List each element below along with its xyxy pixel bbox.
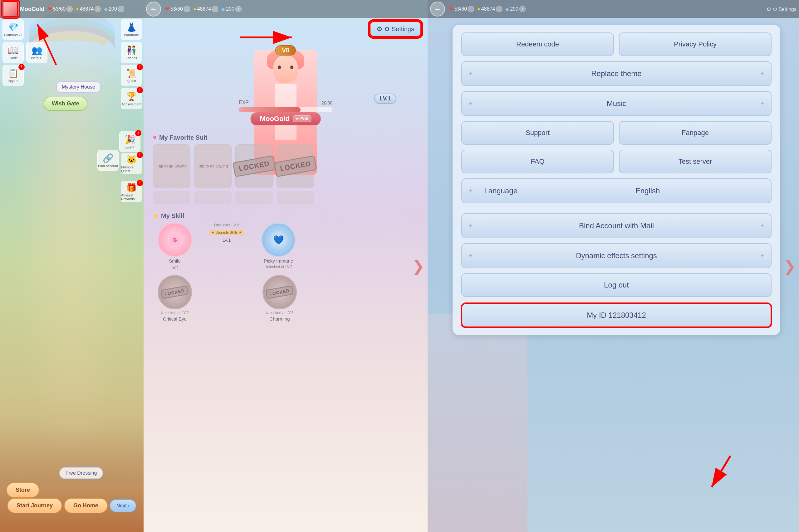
icon-row-1: 💎 Diamond x2 [2, 19, 48, 40]
suit-item-2[interactable]: Tap to go Styling [194, 145, 232, 188]
right-heart-icon: ❤ [449, 6, 454, 13]
left-panel: MooGold ❤ 53/60 + ● 48874 + ◆ 200 + [0, 0, 144, 532]
replace-theme-button[interactable]: ✦ Replace theme ✦ [461, 61, 771, 86]
my-id-button[interactable]: My ID 121803412 [461, 303, 771, 327]
my-id-label: My ID 121803412 [587, 311, 646, 319]
suit-item-1[interactable]: Tap to go Styling [153, 145, 190, 188]
vo-badge: V0 [275, 45, 296, 58]
go-home-label: Go Home [73, 502, 98, 509]
critical-desc: Unlocked at LV.2 [161, 310, 188, 315]
right-eye [290, 65, 293, 69]
requires-label: Requires LV.2 [214, 223, 239, 227]
bottom-buttons: Start Journey Go Home Next › [0, 498, 144, 513]
momo-quest-btn[interactable]: ! 🐱 Momo's Quest [121, 153, 142, 174]
next-button[interactable]: Next › [110, 499, 137, 512]
support-button[interactable]: Support [461, 121, 614, 145]
upgrade-skills-button[interactable]: ★ Upgrade Skills ★ [209, 230, 244, 235]
music-label: Music [607, 99, 627, 108]
start-journey-button[interactable]: Start Journey [7, 498, 62, 513]
abyssal-btn[interactable]: ! 🎁 Abyssal Rewards [121, 181, 142, 202]
quest-exclaim: ! [137, 64, 143, 70]
settings-panel: Redeem code Privacy Policy ✦ Replace the… [453, 25, 780, 335]
right-settings-btn[interactable]: ⚙ ⚙ Settings [766, 6, 797, 12]
suit-tap-2: Tap to go Styling [198, 164, 228, 169]
skill-smile: 🌸 Smile LV.1 [153, 223, 197, 270]
go-home-button[interactable]: Go Home [64, 498, 108, 513]
wardrobe-emoji: 👗 [126, 22, 137, 33]
signin-icon-btn[interactable]: ! 📋 Sign In [2, 65, 24, 86]
mystery-house-btn[interactable]: Mystery House [56, 81, 101, 93]
bind-account-mail-button[interactable]: ✦ Bind Account with Mail ✦ [461, 213, 771, 238]
mid-coin-icon: ● [193, 6, 196, 12]
mid-heart-icon: ❤ [165, 6, 169, 13]
coins-plus-button[interactable]: + [94, 6, 101, 12]
lv1-label: LV.1 [222, 238, 231, 243]
mid-diamonds-plus[interactable]: + [235, 6, 241, 12]
exp-value: 20/30 [322, 100, 332, 106]
left-eye [278, 65, 281, 69]
faq-button[interactable]: FAQ [461, 150, 614, 173]
achievement-label: Achievement [122, 102, 141, 106]
icon-row-3: ! 📋 Sign In [2, 65, 48, 86]
diamonds-value: 200 [109, 6, 117, 12]
right-next-arrow[interactable]: ❯ [783, 257, 796, 275]
event-btn[interactable]: ! 🎉 Event [119, 131, 141, 152]
locked-stamp-1: LOCKED [232, 155, 276, 177]
users-label: Users s... [30, 56, 44, 60]
right-diamonds-plus[interactable]: + [519, 6, 526, 12]
log-out-button[interactable]: Log out [461, 273, 771, 297]
health-plus-button[interactable]: + [67, 6, 73, 12]
bind-account-btn[interactable]: 🔗 Bind account [97, 150, 119, 171]
wish-gate-btn[interactable]: Wish Gate [44, 97, 87, 111]
diamond-icon-btn[interactable]: 💎 Diamond x2 [2, 19, 24, 40]
signin-label: Sign In [8, 79, 18, 83]
dynamic-star-left: ✦ [468, 252, 473, 259]
redeem-code-button[interactable]: Redeem code [461, 33, 614, 56]
right-back-button[interactable]: ← [430, 2, 445, 17]
guide-icon-btn[interactable]: 📖 Guide [2, 42, 24, 63]
achievement-btn[interactable]: ! 🏆 Achievement [121, 88, 142, 109]
edit-button[interactable]: ✏ Edit [293, 115, 311, 122]
settings-row-2: ✦ Replace theme ✦ [461, 61, 771, 86]
diamond-emoji: 💎 [8, 22, 19, 33]
gear-icon: ⚙ [377, 25, 382, 33]
friends-btn[interactable]: 👫 Friends [121, 42, 142, 63]
free-dressing-btn[interactable]: Free Dressing [59, 467, 103, 479]
event-emoji: 🎉 [125, 134, 135, 145]
picky-name: Picky Immune [264, 258, 293, 264]
picky-inner: 💙 [269, 230, 288, 249]
locked-stamp-2: LOCKED [273, 155, 317, 177]
store-button[interactable]: Store [6, 482, 39, 498]
back-button[interactable]: ← [146, 2, 161, 17]
mid-health-plus[interactable]: + [184, 6, 190, 12]
wardrobe-btn[interactable]: 👗 Wardrobe [121, 19, 142, 40]
critical-eye-icon: LOCKED [158, 275, 192, 309]
test-server-button[interactable]: Test server [619, 150, 771, 173]
skill-section-header: ★ My Skill [153, 212, 418, 220]
fav-suit-header: ♥ My Favorite Suit [153, 134, 418, 141]
dynamic-effects-button[interactable]: ✦ Dynamic effects settings ✦ [461, 243, 771, 268]
quest-btn[interactable]: ! 📜 Quest [121, 65, 142, 86]
privacy-policy-button[interactable]: Privacy Policy [619, 33, 771, 56]
username-text: MooGold [260, 115, 290, 123]
mid-coins-plus[interactable]: + [212, 6, 218, 12]
skill-upgrade-area: Requires LV.2 ★ Upgrade Skills ★ LV.1 [202, 223, 252, 243]
exclaim-badge: ! [18, 64, 25, 70]
exp-bar-fill [239, 107, 301, 112]
signin-emoji: 📋 [8, 68, 19, 79]
abyssal-label: Abyssal Rewards [121, 193, 142, 201]
right-coins-plus[interactable]: + [496, 6, 502, 12]
diamond-label: Diamond x2 [4, 33, 22, 37]
mid-next-arrow[interactable]: ❯ [412, 257, 424, 275]
language-selector[interactable]: ✦ Language English [461, 178, 771, 203]
right-health-plus[interactable]: + [468, 6, 474, 12]
right-coin-icon: ● [477, 6, 480, 12]
users-icon-btn[interactable]: 👥 Users s... [26, 42, 48, 63]
right-coins-value: 48874 [481, 6, 495, 12]
avatar[interactable] [2, 1, 18, 17]
diamonds-plus-button[interactable]: + [118, 6, 124, 12]
achievement-exclaim: ! [137, 87, 143, 93]
settings-button[interactable]: ⚙ ⚙ Settings [369, 21, 421, 37]
fanpage-button[interactable]: Fanpage [619, 121, 771, 145]
music-button[interactable]: ✦ Music ✦ [461, 91, 771, 116]
